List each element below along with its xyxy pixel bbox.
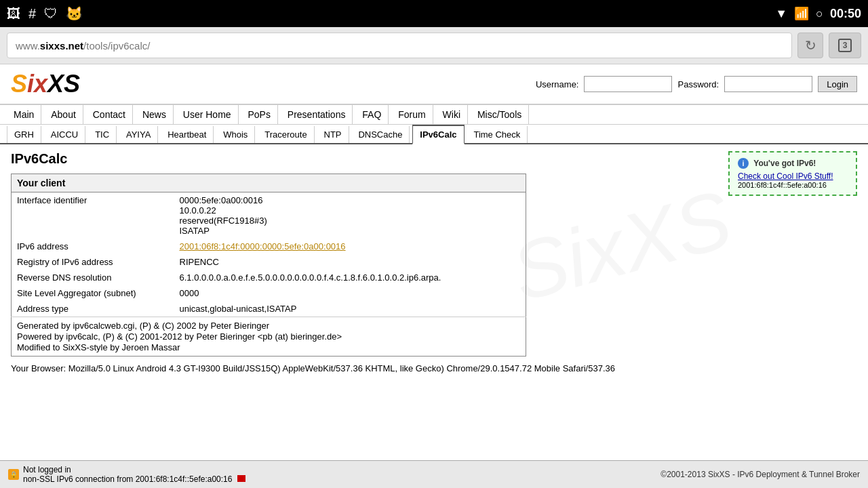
nav-news[interactable]: News bbox=[136, 105, 174, 124]
nav-wiki[interactable]: Wiki bbox=[436, 105, 468, 124]
tab-count: 3 bbox=[838, 39, 852, 52]
username-label: Username: bbox=[536, 79, 579, 89]
password-label: Password: bbox=[677, 79, 719, 89]
site-logo: SixXS bbox=[11, 70, 80, 98]
not-logged-in: Not logged in bbox=[23, 465, 245, 474]
info-box-address: 2001:6f8:1c4f::5efe:a00:16 bbox=[738, 181, 848, 189]
row-value-sla: 0000 bbox=[174, 285, 526, 301]
bottom-bar: 🔒 Not logged in non-SSL IPv6 connection … bbox=[0, 460, 868, 488]
ipv6-address-link[interactable]: 2001:06f8:1c4f:0000:0000:5efe:0a00:0016 bbox=[180, 241, 346, 251]
clock: 00:50 bbox=[830, 7, 861, 21]
row-label-rdns: Reverse DNS resolution bbox=[12, 270, 174, 285]
nav-contact[interactable]: Contact bbox=[86, 105, 133, 124]
nav-forum[interactable]: Forum bbox=[391, 105, 433, 124]
hash-icon: # bbox=[28, 6, 36, 22]
page-content: SixXS IPv6Calc i You've got IPv6! Check … bbox=[0, 144, 868, 380]
address-bar: www.sixxs.net/tools/ipv6calc/ ↻ 3 bbox=[0, 27, 868, 64]
reload-icon: ↻ bbox=[805, 37, 816, 54]
shield-icon: 🛡 bbox=[44, 6, 58, 22]
row-value-iid: 0000:5efe:0a00:0016 10.0.0.22 reserved(R… bbox=[174, 192, 526, 239]
nav-about[interactable]: About bbox=[44, 105, 83, 124]
nav-presentations[interactable]: Presentations bbox=[281, 105, 353, 124]
table-row: Address type unicast,global-unicast,ISAT… bbox=[12, 301, 526, 317]
wifi-icon: ▼ bbox=[775, 7, 787, 21]
tab-ipv6calc[interactable]: IPv6Calc bbox=[412, 125, 464, 144]
status-bar: 🖼 # 🛡 🐱 ▼ 📶 ○ 00:50 bbox=[0, 0, 868, 27]
row-label-iid: Interface identifier bbox=[12, 192, 174, 239]
circle-icon: ○ bbox=[816, 7, 823, 21]
bottom-left: 🔒 Not logged in non-SSL IPv6 connection … bbox=[8, 465, 245, 484]
table-row: Interface identifier 0000:5efe:0a00:0016… bbox=[12, 192, 526, 239]
status-icons-left: 🖼 # 🛡 🐱 bbox=[7, 5, 83, 22]
watermark: SixXS bbox=[502, 171, 741, 319]
ssl-connection-text: non-SSL IPv6 connection from 2001:6f8:1c… bbox=[23, 474, 245, 484]
copyright: ©2001-2013 SixXS - IPv6 Deployment & Tun… bbox=[660, 470, 860, 479]
login-button[interactable]: Login bbox=[818, 76, 857, 92]
tab-dnscache[interactable]: DNSCache bbox=[351, 126, 410, 143]
reload-button[interactable]: ↻ bbox=[797, 33, 823, 58]
nav-userhome[interactable]: User Home bbox=[176, 105, 239, 124]
tab-whois[interactable]: Whois bbox=[216, 126, 255, 143]
table-row: Registry of IPv6 address RIPENCC bbox=[12, 254, 526, 270]
image-icon: 🖼 bbox=[7, 6, 20, 22]
tab-timecheck[interactable]: Time Check bbox=[467, 126, 528, 143]
url-path: /tools/ipv6calc/ bbox=[83, 40, 150, 52]
flag-icon bbox=[237, 475, 245, 482]
browser-info: Your Browser: Mozilla/5.0 Linux Android … bbox=[11, 363, 857, 373]
row-label-registry: Registry of IPv6 address bbox=[12, 254, 174, 270]
row-label-ipv6: IPv6 address bbox=[12, 239, 174, 254]
tab-aiccu[interactable]: AICCU bbox=[44, 126, 85, 143]
info-box-header: i You've got IPv6! bbox=[738, 158, 848, 169]
cat-icon: 🐱 bbox=[66, 5, 83, 22]
signal-icon: 📶 bbox=[794, 6, 809, 21]
nav-main[interactable]: Main bbox=[7, 105, 41, 124]
info-box-title: You've got IPv6! bbox=[753, 159, 816, 168]
info-icon: i bbox=[738, 158, 749, 169]
main-nav: Main About Contact News User Home PoPs P… bbox=[0, 105, 868, 125]
tab-ayiya[interactable]: AYIYA bbox=[119, 126, 158, 143]
row-value-registry: RIPENCC bbox=[174, 254, 526, 270]
table-notes: Generated by ipv6calcweb.cgi, (P) & (C) … bbox=[12, 317, 526, 357]
auth-section: Username: Password: Login bbox=[536, 76, 857, 92]
cool-ipv6-link[interactable]: Check out Cool IPv6 Stuff! bbox=[738, 171, 833, 181]
tab-grh[interactable]: GRH bbox=[7, 126, 41, 143]
tab-traceroute[interactable]: Traceroute bbox=[258, 126, 314, 143]
url-domain: sixxs.net bbox=[40, 40, 83, 52]
ipv6-info-box: i You've got IPv6! Check out Cool IPv6 S… bbox=[728, 151, 857, 196]
password-input[interactable] bbox=[724, 76, 812, 92]
tab-ntp[interactable]: NTP bbox=[317, 126, 349, 143]
tools-nav: GRH AICCU TIC AYIYA Heartbeat Whois Trac… bbox=[0, 125, 868, 144]
client-table: Your client Interface identifier 0000:5e… bbox=[11, 174, 526, 357]
row-value-ipv6: 2001:06f8:1c4f:0000:0000:5efe:0a00:0016 bbox=[174, 239, 526, 254]
tab-tic[interactable]: TIC bbox=[88, 126, 117, 143]
row-value-rdns: 6.1.0.0.0.0.a.0.e.f.e.5.0.0.0.0.0.0.0.0.… bbox=[174, 270, 526, 285]
username-input[interactable] bbox=[584, 76, 672, 92]
tabs-button[interactable]: 3 bbox=[829, 33, 861, 58]
nav-faq[interactable]: FAQ bbox=[355, 105, 389, 124]
table-row: Reverse DNS resolution 6.1.0.0.0.0.a.0.e… bbox=[12, 270, 526, 285]
nav-pops[interactable]: PoPs bbox=[241, 105, 277, 124]
site-header: SixXS Username: Password: Login bbox=[0, 64, 868, 105]
client-section-header: Your client bbox=[12, 174, 526, 192]
tab-heartbeat[interactable]: Heartbeat bbox=[161, 126, 214, 143]
table-row: Site Level Aggregator (subnet) 0000 bbox=[12, 285, 526, 301]
bottom-status: Not logged in non-SSL IPv6 connection fr… bbox=[23, 465, 245, 484]
row-label-addrtype: Address type bbox=[12, 301, 174, 317]
ssl-icon: 🔒 bbox=[8, 469, 19, 480]
status-icons-right: ▼ 📶 ○ 00:50 bbox=[775, 6, 861, 21]
url-plain: www. bbox=[16, 40, 40, 52]
table-footer: Generated by ipv6calcweb.cgi, (P) & (C) … bbox=[12, 317, 526, 357]
nav-misctools[interactable]: Misc/Tools bbox=[471, 105, 529, 124]
row-value-addrtype: unicast,global-unicast,ISATAP bbox=[174, 301, 526, 317]
table-row: IPv6 address 2001:06f8:1c4f:0000:0000:5e… bbox=[12, 239, 526, 254]
row-label-sla: Site Level Aggregator (subnet) bbox=[12, 285, 174, 301]
